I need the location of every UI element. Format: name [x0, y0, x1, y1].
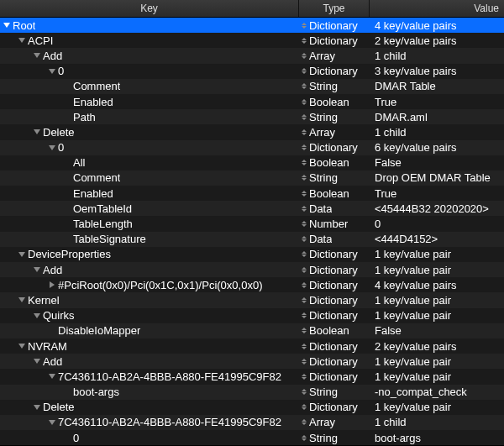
table-row[interactable]: DevicePropertiesDictionary1 key/value pa…	[0, 247, 504, 262]
type-stepper-icon[interactable]	[301, 51, 307, 60]
chevron-down-icon[interactable]	[49, 419, 55, 426]
type-stepper-icon[interactable]	[301, 418, 307, 427]
chevron-down-icon[interactable]	[34, 404, 40, 411]
value-cell: Drop OEM DMAR Table	[370, 171, 504, 184]
key-label: 0	[58, 141, 64, 154]
type-stepper-icon[interactable]	[301, 36, 307, 45]
table-row[interactable]: NVRAMDictionary2 key/value pairs	[0, 338, 504, 354]
table-row[interactable]: 0Dictionary3 key/value pairs	[0, 64, 504, 79]
chevron-down-icon[interactable]	[3, 22, 10, 29]
table-row[interactable]: 7C436110-AB2A-4BBB-A880-FE41995C9F82Dict…	[0, 369, 504, 384]
table-row[interactable]: boot-argsString-no_compat_check	[0, 385, 504, 400]
type-label: Dictionary	[309, 355, 358, 368]
type-stepper-icon[interactable]	[301, 21, 307, 29]
type-stepper-icon[interactable]	[301, 220, 307, 228]
table-row[interactable]: TableSignatureData<444D4152>	[0, 232, 504, 247]
header-value[interactable]: Value	[370, 0, 504, 17]
type-stepper-icon[interactable]	[301, 113, 307, 121]
disclosure-empty-icon	[64, 236, 71, 243]
table-row[interactable]: 7C436110-AB2A-4BBB-A880-FE41995C9F82Arra…	[0, 415, 504, 430]
table-row[interactable]: AddDictionary1 key/value pair	[0, 354, 504, 369]
value-cell: 2 key/value pairs	[370, 340, 504, 353]
type-stepper-icon[interactable]	[301, 312, 307, 320]
type-cell: Dictionary	[299, 355, 370, 368]
table-row[interactable]: 0Dictionary6 key/value pairs	[0, 140, 504, 155]
table-row[interactable]: ACPIDictionary2 key/value pairs	[0, 33, 504, 48]
chevron-down-icon[interactable]	[34, 129, 40, 135]
chevron-down-icon[interactable]	[49, 144, 55, 151]
key-label: Add	[43, 355, 62, 368]
type-stepper-icon[interactable]	[301, 159, 307, 167]
chevron-down-icon[interactable]	[18, 37, 25, 44]
type-stepper-icon[interactable]	[301, 342, 307, 350]
type-label: Number	[309, 218, 348, 230]
table-row[interactable]: CommentStringDrop OEM DMAR Table	[0, 171, 504, 186]
value-cell: 0	[370, 218, 504, 230]
type-stepper-icon[interactable]	[301, 128, 307, 136]
value-cell: 4 key/value pairs	[370, 279, 504, 291]
type-stepper-icon[interactable]	[301, 357, 307, 365]
value-cell: 1 key/value pair	[370, 309, 504, 322]
type-stepper-icon[interactable]	[301, 97, 307, 106]
table-row[interactable]: AddArray1 child	[0, 48, 504, 63]
table-row[interactable]: QuirksDictionary1 key/value pair	[0, 308, 504, 323]
type-stepper-icon[interactable]	[301, 144, 307, 152]
value-label: 1 child	[375, 126, 407, 139]
table-row[interactable]: EnabledBooleanTrue	[0, 186, 504, 201]
type-stepper-icon[interactable]	[301, 189, 307, 197]
chevron-down-icon[interactable]	[18, 343, 25, 349]
table-row[interactable]: CommentStringDMAR Table	[0, 79, 504, 94]
chevron-down-icon[interactable]	[34, 312, 40, 319]
table-row[interactable]: PathStringDMAR.aml	[0, 109, 504, 124]
type-stepper-icon[interactable]	[301, 82, 307, 91]
table-row[interactable]: DeleteArray1 child	[0, 124, 504, 139]
type-stepper-icon[interactable]	[301, 388, 307, 396]
chevron-down-icon[interactable]	[49, 68, 55, 75]
type-cell: Dictionary	[299, 309, 370, 322]
type-label: Dictionary	[309, 294, 358, 307]
chevron-down-icon[interactable]	[34, 52, 40, 59]
header-key[interactable]: Key	[0, 0, 299, 17]
table-row[interactable]: KernelDictionary1 key/value pair	[0, 292, 504, 307]
type-cell: Array	[299, 416, 370, 428]
chevron-down-icon[interactable]	[34, 358, 40, 365]
type-label: String	[309, 80, 338, 92]
type-label: Dictionary	[309, 65, 358, 77]
svg-marker-11	[18, 344, 25, 349]
table-row[interactable]: EnabledBooleanTrue	[0, 94, 504, 109]
chevron-down-icon[interactable]	[34, 266, 40, 273]
type-stepper-icon[interactable]	[301, 372, 307, 380]
type-stepper-icon[interactable]	[301, 403, 307, 412]
type-label: Data	[309, 202, 332, 215]
table-row[interactable]: TableLengthNumber0	[0, 216, 504, 231]
header-type[interactable]: Type	[299, 0, 370, 17]
type-cell: Dictionary	[299, 34, 370, 47]
table-row[interactable]: DisableIoMapperBooleanFalse	[0, 323, 504, 338]
table-row[interactable]: RootDictionary4 key/value pairs	[0, 18, 504, 33]
value-label: 4 key/value pairs	[375, 279, 457, 291]
type-cell: Dictionary	[299, 294, 370, 307]
type-stepper-icon[interactable]	[301, 327, 307, 335]
table-row[interactable]: AddDictionary1 key/value pair	[0, 262, 504, 277]
type-stepper-icon[interactable]	[301, 281, 307, 289]
type-stepper-icon[interactable]	[301, 235, 307, 244]
table-row[interactable]: #PciRoot(0x0)/Pci(0x1C,0x1)/Pci(0x0,0x0)…	[0, 277, 504, 292]
table-row[interactable]: DeleteDictionary1 key/value pair	[0, 400, 504, 415]
type-stepper-icon[interactable]	[301, 204, 307, 213]
value-label: 0	[375, 218, 381, 230]
chevron-down-icon[interactable]	[18, 296, 25, 303]
type-stepper-icon[interactable]	[301, 67, 307, 76]
type-stepper-icon[interactable]	[301, 433, 307, 442]
table-row[interactable]: AllBooleanFalse	[0, 155, 504, 171]
type-stepper-icon[interactable]	[301, 250, 307, 259]
type-stepper-icon[interactable]	[301, 296, 307, 304]
type-stepper-icon[interactable]	[301, 265, 307, 274]
chevron-down-icon[interactable]	[49, 373, 55, 380]
table-row[interactable]: 0Stringboot-args	[0, 430, 504, 445]
key-cell: NVRAM	[0, 340, 299, 353]
chevron-down-icon[interactable]	[18, 251, 25, 258]
chevron-right-icon[interactable]	[49, 281, 55, 288]
value-cell: <45444B32 20202020>	[370, 202, 504, 215]
table-row[interactable]: OemTableIdData<45444B32 20202020>	[0, 201, 504, 216]
type-stepper-icon[interactable]	[301, 174, 307, 182]
